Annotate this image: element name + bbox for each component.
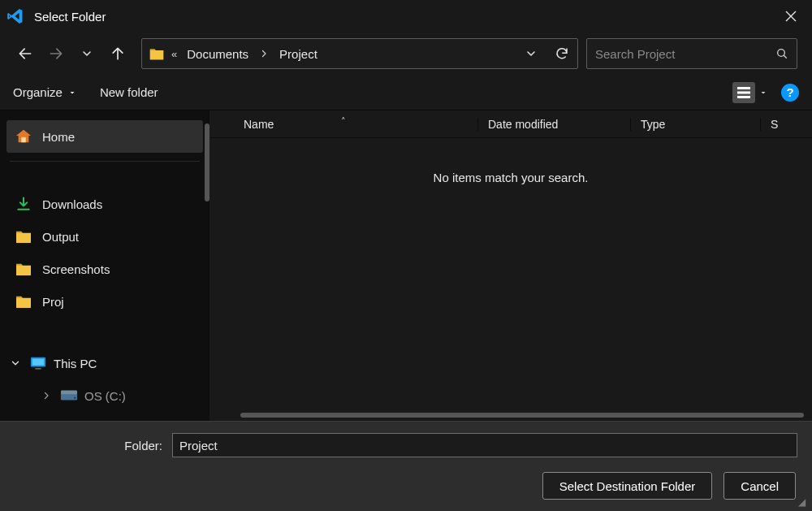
svg-rect-6	[35, 368, 41, 370]
drive-icon	[60, 387, 78, 405]
arrow-right-icon	[48, 45, 64, 62]
column-header-size[interactable]: S	[760, 118, 788, 131]
view-dropdown-button[interactable]	[758, 88, 768, 97]
breadcrumb-overflow-icon[interactable]: «	[171, 48, 177, 60]
sort-ascending-icon: ˄	[341, 116, 346, 127]
column-header-name[interactable]: Name ˄	[209, 118, 477, 131]
folder-icon	[15, 292, 32, 310]
sidebar-item-this-pc[interactable]: This PC	[0, 347, 209, 379]
dialog-footer: Folder: Select Destination Folder Cancel…	[0, 421, 812, 511]
sidebar-item-label: Output	[42, 230, 79, 244]
chevron-down-icon	[525, 47, 538, 60]
horizontal-scrollbar[interactable]	[240, 413, 804, 418]
column-header-type[interactable]: Type	[630, 118, 760, 131]
close-icon	[785, 11, 797, 22]
address-row: « Documents Project	[0, 32, 812, 75]
command-bar: Organize New folder	[0, 75, 812, 110]
breadcrumb[interactable]: Project	[276, 47, 321, 61]
folder-label: Folder:	[15, 439, 162, 453]
refresh-button[interactable]	[553, 45, 571, 63]
help-icon: ?	[786, 85, 793, 99]
sidebar-item-output[interactable]: Output	[0, 220, 209, 253]
list-view-icon	[736, 86, 751, 99]
dialog-buttons: Select Destination Folder Cancel ◢	[15, 472, 797, 500]
folder-name-row: Folder:	[15, 433, 797, 457]
sidebar-item-screenshots[interactable]: Screenshots	[0, 253, 209, 285]
breadcrumb[interactable]: Documents	[184, 47, 252, 61]
folder-icon	[15, 227, 32, 245]
empty-message: No items match your search.	[209, 138, 812, 184]
sidebar-item-label: OS (C:)	[84, 389, 126, 403]
history-dropdown-button[interactable]	[76, 43, 97, 64]
nav-buttons	[15, 43, 133, 64]
arrow-up-icon	[110, 45, 126, 62]
sidebar-item-label: This PC	[54, 357, 97, 370]
sidebar-item-label: Proj	[42, 295, 64, 309]
resize-grip-icon[interactable]: ◢	[796, 496, 807, 508]
organize-button[interactable]: Organize	[13, 85, 77, 99]
svg-point-9	[74, 397, 76, 399]
sidebar-item-label: Screenshots	[42, 262, 110, 276]
sidebar-item-proj[interactable]: Proj	[0, 285, 209, 318]
window-title: Select Folder	[34, 10, 106, 24]
chevron-down-icon	[67, 88, 77, 97]
sidebar-item-downloads[interactable]: Downloads	[0, 188, 209, 220]
chevron-down-icon	[80, 47, 93, 60]
address-dropdown-button[interactable]	[522, 45, 540, 63]
monitor-icon	[29, 354, 47, 372]
home-icon	[15, 128, 32, 145]
cancel-button[interactable]: Cancel	[723, 472, 796, 500]
help-button[interactable]: ?	[781, 84, 799, 102]
folder-icon	[15, 260, 32, 278]
vscode-icon	[6, 7, 24, 25]
svg-rect-1	[737, 87, 750, 89]
sidebar-item-home[interactable]: Home	[6, 120, 203, 153]
address-bar[interactable]: « Documents Project	[141, 38, 578, 69]
file-list-area: Name ˄ Date modified Type S No items mat…	[209, 110, 812, 421]
sidebar-separator	[10, 161, 200, 162]
column-headers: Name ˄ Date modified Type S	[209, 110, 812, 138]
sidebar-item-label: Downloads	[42, 197, 102, 211]
organize-label: Organize	[13, 85, 63, 99]
svg-rect-8	[61, 391, 77, 395]
svg-rect-3	[737, 96, 750, 98]
sidebar: Home Downloads Output Screens	[0, 110, 209, 421]
svg-rect-2	[737, 91, 750, 93]
select-folder-button[interactable]: Select Destination Folder	[542, 472, 713, 500]
chevron-down-icon	[758, 88, 768, 97]
chevron-down-icon[interactable]	[8, 357, 23, 369]
refresh-icon	[555, 46, 569, 61]
search-icon	[775, 47, 788, 60]
download-icon	[15, 195, 32, 213]
sidebar-item-os-c[interactable]: OS (C:)	[0, 379, 209, 412]
select-folder-dialog: Select Folder	[0, 0, 812, 511]
folder-icon	[149, 45, 165, 62]
close-button[interactable]	[776, 2, 806, 31]
new-folder-button[interactable]: New folder	[100, 85, 158, 99]
search-box[interactable]	[586, 38, 797, 69]
new-folder-label: New folder	[100, 85, 158, 99]
back-button[interactable]	[15, 43, 36, 64]
dialog-body: Home Downloads Output Screens	[0, 110, 812, 421]
file-list-body[interactable]: No items match your search.	[209, 138, 812, 421]
up-button[interactable]	[107, 43, 128, 64]
title-bar: Select Folder	[0, 0, 812, 32]
folder-name-input[interactable]	[172, 433, 797, 457]
title-bar-left: Select Folder	[6, 7, 106, 25]
view-button[interactable]	[732, 82, 755, 103]
column-header-date-modified[interactable]: Date modified	[477, 118, 630, 131]
search-input[interactable]	[595, 47, 767, 61]
arrow-left-icon	[17, 45, 33, 62]
forward-button[interactable]	[45, 43, 67, 64]
svg-rect-5	[32, 359, 45, 366]
chevron-right-icon[interactable]	[39, 391, 54, 401]
sidebar-item-label: Home	[42, 130, 75, 144]
chevron-right-icon	[258, 49, 270, 58]
